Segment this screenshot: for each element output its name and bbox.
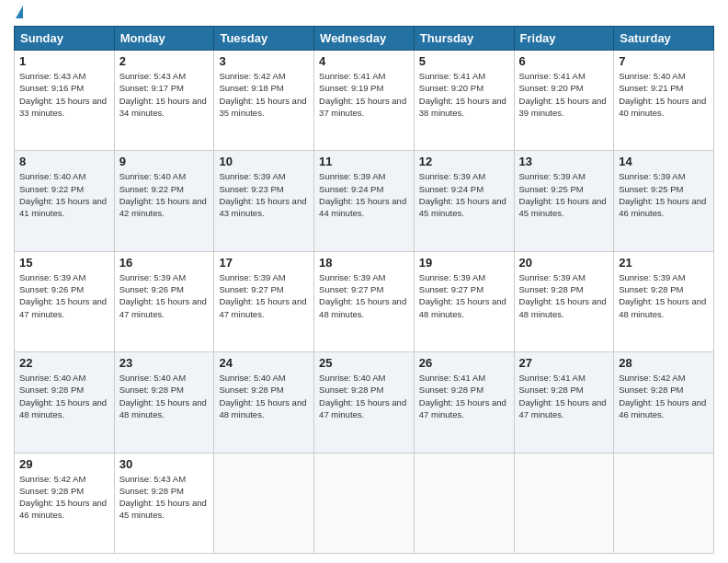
day-number: 18 [319,256,409,270]
calendar-header-sunday: Sunday [15,27,115,51]
table-row [614,453,714,553]
calendar-week-row: 8Sunrise: 5:40 AMSunset: 9:22 PMDaylight… [15,151,714,251]
calendar-week-row: 1Sunrise: 5:43 AMSunset: 9:16 PMDaylight… [15,51,714,151]
table-row: 28Sunrise: 5:42 AMSunset: 9:28 PMDayligh… [614,352,714,453]
calendar-header-friday: Friday [514,27,614,51]
day-info: Sunrise: 5:40 AMSunset: 9:22 PMDaylight:… [19,170,109,219]
table-row [514,453,614,553]
calendar: SundayMondayTuesdayWednesdayThursdayFrid… [14,26,714,554]
day-number: 8 [19,155,109,168]
calendar-header-tuesday: Tuesday [214,27,314,51]
table-row: 21Sunrise: 5:39 AMSunset: 9:28 PMDayligh… [614,251,714,351]
day-info: Sunrise: 5:41 AMSunset: 9:20 PMDaylight:… [519,70,609,119]
day-number: 16 [119,256,210,270]
day-number: 7 [619,54,709,68]
day-number: 12 [419,155,509,168]
table-row: 13Sunrise: 5:39 AMSunset: 9:25 PMDayligh… [514,151,614,251]
day-number: 5 [419,54,509,68]
day-number: 25 [319,356,409,370]
table-row: 29Sunrise: 5:42 AMSunset: 9:28 PMDayligh… [15,453,115,553]
day-info: Sunrise: 5:39 AMSunset: 9:28 PMDaylight:… [519,271,609,320]
table-row [414,453,514,553]
table-row: 22Sunrise: 5:40 AMSunset: 9:28 PMDayligh… [15,352,115,453]
table-row: 6Sunrise: 5:41 AMSunset: 9:20 PMDaylight… [514,51,614,151]
day-number: 10 [219,155,309,168]
day-info: Sunrise: 5:43 AMSunset: 9:17 PMDaylight:… [119,70,210,119]
table-row: 7Sunrise: 5:40 AMSunset: 9:21 PMDaylight… [614,51,714,151]
table-row: 3Sunrise: 5:42 AMSunset: 9:18 PMDaylight… [214,51,314,151]
table-row: 17Sunrise: 5:39 AMSunset: 9:27 PMDayligh… [214,251,314,351]
table-row: 30Sunrise: 5:43 AMSunset: 9:28 PMDayligh… [114,453,214,553]
day-number: 2 [119,54,210,68]
day-number: 26 [419,356,509,370]
table-row: 16Sunrise: 5:39 AMSunset: 9:26 PMDayligh… [114,251,214,351]
day-info: Sunrise: 5:39 AMSunset: 9:28 PMDaylight:… [619,271,709,320]
day-number: 14 [619,155,709,168]
table-row: 8Sunrise: 5:40 AMSunset: 9:22 PMDaylight… [15,151,115,251]
day-info: Sunrise: 5:39 AMSunset: 9:27 PMDaylight:… [419,271,509,320]
table-row: 19Sunrise: 5:39 AMSunset: 9:27 PMDayligh… [414,251,514,351]
day-number: 30 [119,457,210,471]
table-row: 2Sunrise: 5:43 AMSunset: 9:17 PMDaylight… [114,51,214,151]
table-row: 25Sunrise: 5:40 AMSunset: 9:28 PMDayligh… [314,352,415,453]
day-number: 17 [219,256,309,270]
header [14,9,714,18]
calendar-week-row: 29Sunrise: 5:42 AMSunset: 9:28 PMDayligh… [15,453,714,553]
table-row: 14Sunrise: 5:39 AMSunset: 9:25 PMDayligh… [614,151,714,251]
day-number: 6 [519,54,609,68]
table-row: 9Sunrise: 5:40 AMSunset: 9:22 PMDaylight… [114,151,214,251]
day-info: Sunrise: 5:40 AMSunset: 9:22 PMDaylight:… [119,170,210,219]
day-number: 19 [419,256,509,270]
day-number: 9 [119,155,210,168]
day-info: Sunrise: 5:43 AMSunset: 9:16 PMDaylight:… [19,70,109,119]
day-info: Sunrise: 5:39 AMSunset: 9:27 PMDaylight:… [319,271,409,320]
table-row [314,453,415,553]
table-row: 27Sunrise: 5:41 AMSunset: 9:28 PMDayligh… [514,352,614,453]
day-info: Sunrise: 5:39 AMSunset: 9:24 PMDaylight:… [319,170,409,219]
day-info: Sunrise: 5:41 AMSunset: 9:19 PMDaylight:… [319,70,409,119]
day-info: Sunrise: 5:42 AMSunset: 9:28 PMDaylight:… [19,473,109,522]
calendar-header-thursday: Thursday [414,27,514,51]
table-row: 23Sunrise: 5:40 AMSunset: 9:28 PMDayligh… [114,352,214,453]
day-info: Sunrise: 5:43 AMSunset: 9:28 PMDaylight:… [119,473,210,522]
calendar-week-row: 15Sunrise: 5:39 AMSunset: 9:26 PMDayligh… [15,251,714,351]
table-row: 12Sunrise: 5:39 AMSunset: 9:24 PMDayligh… [414,151,514,251]
day-info: Sunrise: 5:39 AMSunset: 9:27 PMDaylight:… [219,271,309,320]
table-row: 20Sunrise: 5:39 AMSunset: 9:28 PMDayligh… [514,251,614,351]
calendar-header-monday: Monday [114,27,214,51]
day-info: Sunrise: 5:40 AMSunset: 9:28 PMDaylight:… [319,372,409,420]
day-info: Sunrise: 5:40 AMSunset: 9:28 PMDaylight:… [119,372,210,420]
day-number: 24 [219,356,309,370]
day-info: Sunrise: 5:40 AMSunset: 9:28 PMDaylight:… [19,372,109,420]
day-info: Sunrise: 5:40 AMSunset: 9:21 PMDaylight:… [619,70,709,119]
calendar-header-saturday: Saturday [614,27,714,51]
table-row: 24Sunrise: 5:40 AMSunset: 9:28 PMDayligh… [214,352,314,453]
day-info: Sunrise: 5:39 AMSunset: 9:25 PMDaylight:… [619,170,709,219]
day-number: 1 [19,54,109,68]
day-number: 21 [619,256,709,270]
table-row: 1Sunrise: 5:43 AMSunset: 9:16 PMDaylight… [15,51,115,151]
day-info: Sunrise: 5:41 AMSunset: 9:20 PMDaylight:… [419,70,509,119]
day-info: Sunrise: 5:41 AMSunset: 9:28 PMDaylight:… [519,372,609,420]
day-info: Sunrise: 5:39 AMSunset: 9:26 PMDaylight:… [19,271,109,320]
calendar-header-wednesday: Wednesday [314,27,415,51]
day-number: 3 [219,54,309,68]
day-number: 20 [519,256,609,270]
day-number: 15 [19,256,109,270]
day-info: Sunrise: 5:42 AMSunset: 9:18 PMDaylight:… [219,70,309,119]
day-number: 13 [519,155,609,168]
day-info: Sunrise: 5:39 AMSunset: 9:23 PMDaylight:… [219,170,309,219]
day-number: 22 [19,356,109,370]
table-row: 11Sunrise: 5:39 AMSunset: 9:24 PMDayligh… [314,151,415,251]
day-info: Sunrise: 5:39 AMSunset: 9:24 PMDaylight:… [419,170,509,219]
day-info: Sunrise: 5:39 AMSunset: 9:25 PMDaylight:… [519,170,609,219]
day-number: 27 [519,356,609,370]
calendar-body: 1Sunrise: 5:43 AMSunset: 9:16 PMDaylight… [15,51,714,554]
day-info: Sunrise: 5:39 AMSunset: 9:26 PMDaylight:… [119,271,210,320]
page: SundayMondayTuesdayWednesdayThursdayFrid… [0,0,728,563]
day-info: Sunrise: 5:40 AMSunset: 9:28 PMDaylight:… [219,372,309,420]
day-info: Sunrise: 5:42 AMSunset: 9:28 PMDaylight:… [619,372,709,420]
table-row: 15Sunrise: 5:39 AMSunset: 9:26 PMDayligh… [15,251,115,351]
table-row: 4Sunrise: 5:41 AMSunset: 9:19 PMDaylight… [314,51,415,151]
table-row: 26Sunrise: 5:41 AMSunset: 9:28 PMDayligh… [414,352,514,453]
